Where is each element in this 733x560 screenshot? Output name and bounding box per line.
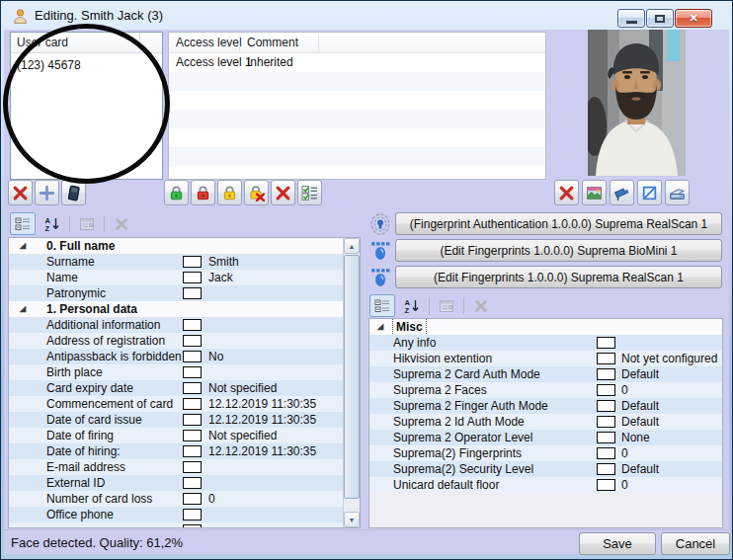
property-checkbox[interactable]: [183, 335, 202, 347]
property-value[interactable]: 0: [208, 491, 215, 507]
assign-access-level-button[interactable]: [217, 180, 242, 205]
property-row[interactable]: Suprema 2 Finger Auth ModeDefault: [369, 398, 722, 414]
categorized-view-button[interactable]: [10, 212, 36, 235]
property-checkbox[interactable]: [597, 432, 615, 443]
property-value[interactable]: Not specified: [208, 380, 277, 396]
property-row[interactable]: Suprema 2 Operator LevelNone: [369, 430, 722, 445]
property-row[interactable]: Unicard default floor0: [369, 477, 722, 493]
expand-triangle-icon[interactable]: ◢: [20, 238, 26, 254]
scan-photo-button[interactable]: [665, 180, 690, 205]
property-checkbox[interactable]: [183, 414, 202, 426]
table-row[interactable]: Access level 1 Inherited: [169, 53, 545, 72]
categorized-view-button[interactable]: [369, 294, 395, 317]
property-checkbox[interactable]: [597, 416, 615, 428]
category-row[interactable]: ◢1. Personal data: [9, 301, 343, 317]
property-row[interactable]: Additional information: [9, 317, 343, 333]
property-checkbox[interactable]: [597, 479, 615, 491]
property-row[interactable]: Suprema(2) Security LevelDefault: [369, 461, 722, 477]
delete-card-button[interactable]: [8, 180, 33, 205]
property-checkbox[interactable]: [597, 463, 615, 475]
property-checkbox[interactable]: [183, 319, 202, 331]
property-row[interactable]: NameJack: [9, 270, 343, 285]
property-checkbox[interactable]: [183, 382, 202, 394]
property-row[interactable]: Birth place: [9, 364, 343, 380]
property-row[interactable]: Suprema 2 Faces0: [369, 382, 722, 398]
property-value[interactable]: Default: [621, 414, 659, 430]
property-value[interactable]: 0: [621, 445, 628, 461]
category-row[interactable]: ◢Misc: [369, 319, 722, 335]
expand-triangle-icon[interactable]: ◢: [20, 301, 26, 317]
property-row-partial[interactable]: [9, 522, 343, 527]
access-list-button[interactable]: [297, 180, 322, 205]
property-row[interactable]: Date of firingNot specified: [9, 428, 343, 443]
edit-fingerprints-biomini-button[interactable]: (Edit Fingerprints 1.0.0.0) Suprema BioM…: [395, 239, 722, 262]
property-row[interactable]: Office phone: [9, 507, 343, 522]
property-checkbox[interactable]: [597, 337, 615, 349]
column-header-access-level[interactable]: Access level: [176, 33, 242, 53]
delete-property-button[interactable]: [468, 294, 494, 317]
property-row[interactable]: Commencement of card12.12.2019 11:30:35: [9, 396, 343, 412]
property-row[interactable]: External ID: [9, 475, 343, 491]
scroll-down-button[interactable]: ▼: [344, 512, 360, 527]
property-checkbox[interactable]: [597, 384, 615, 396]
property-row[interactable]: Any info: [369, 335, 722, 351]
property-checkbox[interactable]: [597, 353, 615, 364]
property-value[interactable]: Jack: [208, 270, 233, 285]
add-card-button[interactable]: [35, 180, 59, 205]
property-value[interactable]: 0: [621, 477, 628, 493]
property-row[interactable]: Patronymic: [9, 285, 343, 301]
property-value[interactable]: No: [208, 349, 223, 364]
personal-data-grid[interactable]: ◢0. Full name SurnameSmith NameJack Patr…: [8, 237, 361, 528]
property-checkbox[interactable]: [597, 368, 615, 380]
misc-properties-grid[interactable]: ◢Misc Any info Hikvision extentionNot ye…: [368, 318, 723, 528]
delete-access-button[interactable]: [271, 180, 295, 205]
property-checkbox[interactable]: [183, 272, 202, 283]
edit-fingerprints-realscan-button[interactable]: (Edit Fingerprints 1.0.0.0) Suprema Real…: [395, 266, 722, 288]
category-row[interactable]: ◢0. Full name: [9, 238, 343, 254]
property-row[interactable]: E-mail address: [9, 459, 343, 475]
property-value[interactable]: 12.12.2019 11:30:35: [208, 443, 316, 459]
property-checkbox[interactable]: [183, 398, 202, 410]
property-value[interactable]: Not yet configured: [621, 351, 717, 366]
property-checkbox[interactable]: [183, 524, 202, 527]
property-row[interactable]: Hikvision extentionNot yet configured: [369, 351, 722, 366]
property-value[interactable]: None: [621, 430, 650, 445]
minimize-button[interactable]: [617, 9, 645, 28]
property-checkbox[interactable]: [183, 509, 202, 520]
property-value[interactable]: Not specified: [208, 428, 277, 443]
remove-access-level-button[interactable]: [244, 180, 269, 205]
read-card-button[interactable]: [61, 180, 86, 205]
load-photo-button[interactable]: [582, 180, 607, 205]
property-row[interactable]: Antipassback is forbiddenNo: [9, 349, 343, 364]
property-row[interactable]: Number of card loss0: [9, 491, 343, 507]
property-value[interactable]: Default: [621, 461, 659, 477]
property-checkbox[interactable]: [183, 287, 202, 299]
property-row[interactable]: Date of hiring:12.12.2019 11:30:35: [9, 443, 343, 459]
user-card-list[interactable]: User card (123) 45678: [10, 32, 163, 180]
sort-alphabetical-button[interactable]: AZ: [40, 212, 65, 235]
property-value[interactable]: 12.12.2019 11:30:35: [208, 412, 316, 428]
column-header-comment[interactable]: Comment: [247, 33, 298, 53]
property-value[interactable]: Default: [621, 398, 659, 414]
scrollbar-thumb[interactable]: [344, 255, 360, 499]
property-row[interactable]: SurnameSmith: [9, 254, 343, 270]
property-pages-button[interactable]: [434, 294, 459, 317]
deny-access-button[interactable]: [191, 180, 215, 205]
maximize-button[interactable]: [646, 9, 674, 28]
sort-alphabetical-button[interactable]: AZ: [399, 294, 425, 317]
delete-photo-button[interactable]: [554, 180, 579, 205]
cancel-button[interactable]: Cancel: [661, 532, 730, 555]
property-row[interactable]: Suprema 2 Id Auth ModeDefault: [369, 414, 722, 430]
property-row[interactable]: Suprema(2) Fingerprints0: [369, 445, 722, 461]
capture-from-camera-button[interactable]: [610, 180, 634, 205]
property-row[interactable]: Suprema 2 Card Auth ModeDefault: [369, 366, 722, 382]
property-value[interactable]: 12.12.2019 11:30:35: [208, 396, 316, 412]
expand-triangle-icon[interactable]: ◢: [377, 319, 383, 335]
property-checkbox[interactable]: [183, 493, 202, 505]
property-checkbox[interactable]: [183, 461, 202, 473]
property-checkbox[interactable]: [183, 366, 202, 378]
delete-property-button[interactable]: [109, 212, 134, 235]
property-value[interactable]: Smith: [208, 254, 239, 270]
property-value[interactable]: 0: [621, 382, 628, 398]
property-checkbox[interactable]: [597, 400, 615, 412]
